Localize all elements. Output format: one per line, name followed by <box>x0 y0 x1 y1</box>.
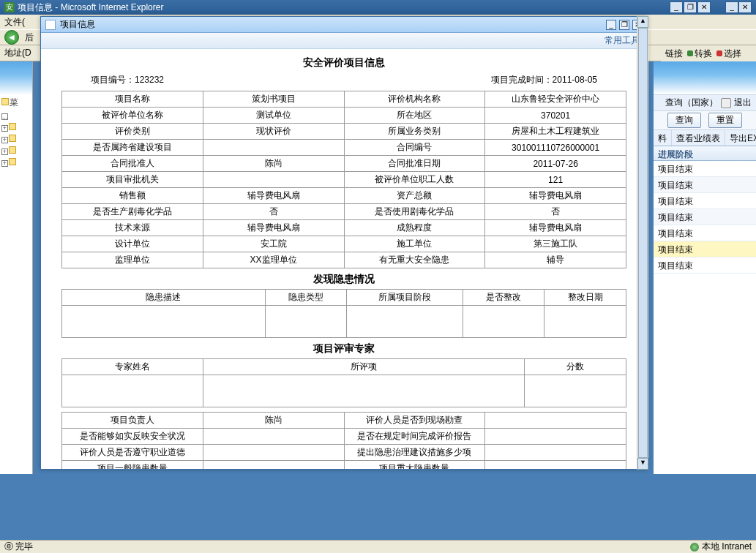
field-label: 项目审批机关 <box>62 172 203 188</box>
status-left: 完毕 <box>15 541 33 552</box>
ie-status-icon: ⓔ <box>4 541 13 552</box>
field-label: 设计单位 <box>62 236 203 252</box>
modal-body[interactable]: 安全评价项目信息 项目编号：123232 项目完成时间：2011-08-05 项… <box>41 49 647 469</box>
col-header: 隐患描述 <box>62 290 266 306</box>
link-xuanze[interactable]: 选择 <box>716 48 741 60</box>
field-label: 项目负责人 <box>62 413 203 429</box>
field-label: 所属业务类别 <box>344 124 485 140</box>
col-header: 整改日期 <box>544 290 626 306</box>
modal-minimize-button[interactable]: _ <box>606 20 616 30</box>
grid-row[interactable]: 项目结束 <box>654 257 756 274</box>
modal-titlebar: 项目信息 _ ❐ ✕ <box>41 17 647 33</box>
grid-row[interactable]: 项目结束 <box>654 193 756 209</box>
field-value <box>203 172 344 188</box>
window-minimize-button[interactable]: _ <box>670 1 683 13</box>
hazards-table: 隐患描述 隐患类型 所属项目阶段 是否整改 整改日期 <box>61 289 626 338</box>
folder-icon <box>9 146 16 154</box>
address-label: 地址(D <box>4 47 31 59</box>
scroll-down-button[interactable]: ▼ <box>637 458 648 470</box>
grid-row[interactable]: 项目结束 <box>654 209 756 225</box>
back-button[interactable]: ◄ <box>4 30 19 45</box>
field-label: 施工单位 <box>344 236 485 252</box>
logout-label[interactable]: 退出 <box>734 97 752 109</box>
tree-node[interactable]: + <box>1 146 31 156</box>
field-value: 辅导费电风扇 <box>485 220 626 236</box>
back-label: 后 <box>25 31 34 44</box>
field-value: 否 <box>485 204 626 220</box>
field-label: 评价人员是否遵守职业道德 <box>62 445 203 461</box>
field-value: 陈尚 <box>203 413 344 429</box>
folder-icon <box>1 98 9 105</box>
tab-export-excel[interactable]: 导出EXCEL <box>725 130 756 146</box>
field-value: 辅导 <box>485 252 626 268</box>
field-label: 是否在规定时间完成评价报告 <box>344 429 485 445</box>
field-value <box>485 413 626 429</box>
tab-performance[interactable]: 查看业绩表 <box>672 130 725 146</box>
vertical-scrollbar[interactable]: ▲ ▼ <box>637 16 648 470</box>
modal-title-text: 项目信息 <box>60 18 95 31</box>
field-value: 安工院 <box>203 236 344 252</box>
field-label: 技术来源 <box>62 220 203 236</box>
query-country-label: 查询（国家） <box>665 97 718 109</box>
scroll-thumb[interactable] <box>638 28 648 458</box>
power-icon[interactable] <box>721 98 731 108</box>
modal-maximize-button[interactable]: ❐ <box>619 20 629 30</box>
parent-window-minimize-button[interactable]: _ <box>725 1 738 13</box>
tree-node[interactable]: + <box>1 157 31 168</box>
ie-icon: 安 <box>4 2 15 12</box>
field-label: 资产总额 <box>344 188 485 204</box>
field-value: 辅导费电风扇 <box>485 188 626 204</box>
folder-icon <box>9 158 16 165</box>
query-button[interactable]: 查询 <box>667 113 701 128</box>
field-value: 辅导费电风扇 <box>203 220 344 236</box>
field-label: 评价机构名称 <box>344 91 485 108</box>
section-heading-project-info: 安全评价项目信息 <box>61 56 626 69</box>
field-label: 合同编号 <box>344 140 485 156</box>
project-done-date: 项目完成时间：2011-08-05 <box>491 74 597 86</box>
grid-row[interactable]: 项目结束 <box>654 225 756 241</box>
field-label: 是否能够如实反映安全状况 <box>62 429 203 445</box>
grid-row-selected[interactable]: 项目结束 <box>654 241 756 257</box>
field-label: 是否属跨省建设项目 <box>62 140 203 156</box>
window-close-button[interactable]: ✕ <box>697 1 711 13</box>
tab-material[interactable]: 料 <box>654 130 672 146</box>
col-header: 分数 <box>525 359 626 375</box>
menu-file[interactable]: 文件( <box>4 16 25 28</box>
col-header: 隐患类型 <box>265 290 347 306</box>
field-value: 370201 <box>485 108 626 124</box>
project-attributes-table: 项目名称策划书项目评价机构名称山东鲁轻安全评价中心被评价单位名称测试单位所在地区… <box>61 91 626 268</box>
ie-title: 项目信息 - Microsoft Internet Explorer <box>18 1 163 14</box>
col-header: 所评项 <box>203 359 524 375</box>
tree-node[interactable]: + <box>1 122 31 132</box>
col-header: 专家姓名 <box>62 359 203 375</box>
field-value <box>485 461 626 470</box>
zone-icon <box>690 543 699 552</box>
scroll-up-button[interactable]: ▲ <box>637 16 648 28</box>
field-value: XX监理单位 <box>203 252 344 268</box>
parent-window-close-button[interactable]: ✕ <box>738 1 752 13</box>
right-results-panel: 查询（国家） 退出 查询 重置 料 查看业绩表 导出EXCEL 进展阶段 项目结… <box>654 61 756 540</box>
project-number: 项目编号：123232 <box>91 74 164 86</box>
grid-row[interactable]: 项目结束 <box>654 177 756 193</box>
field-value <box>203 461 344 470</box>
reset-button[interactable]: 重置 <box>708 113 742 128</box>
field-label: 项目名称 <box>62 91 203 108</box>
grid-row[interactable]: 项目结束 <box>654 161 756 177</box>
field-label: 所在地区 <box>344 108 485 124</box>
modal-toolbar: 常用工具 <box>41 33 647 49</box>
window-maximize-button[interactable]: ❐ <box>684 1 697 13</box>
tree-node[interactable]: 菜 <box>1 97 31 109</box>
field-label: 项目一般隐患数量 <box>62 461 203 470</box>
field-label: 销售额 <box>62 188 203 204</box>
field-label: 提出隐患治理建议措施多少项 <box>344 445 485 461</box>
link-zhuanhuan[interactable]: 转换 <box>687 48 712 60</box>
grid-header: 进展阶段 <box>654 146 756 161</box>
common-tools-link[interactable]: 常用工具 <box>605 34 640 47</box>
field-label: 监理单位 <box>62 252 203 268</box>
field-value: 121 <box>485 172 626 188</box>
field-value <box>485 445 626 461</box>
field-value: 301001110726000001 <box>485 140 626 156</box>
experts-table: 专家姓名 所评项 分数 <box>61 358 626 407</box>
tree-node[interactable]: + <box>1 134 31 144</box>
tree-node[interactable]: ... <box>1 110 31 121</box>
